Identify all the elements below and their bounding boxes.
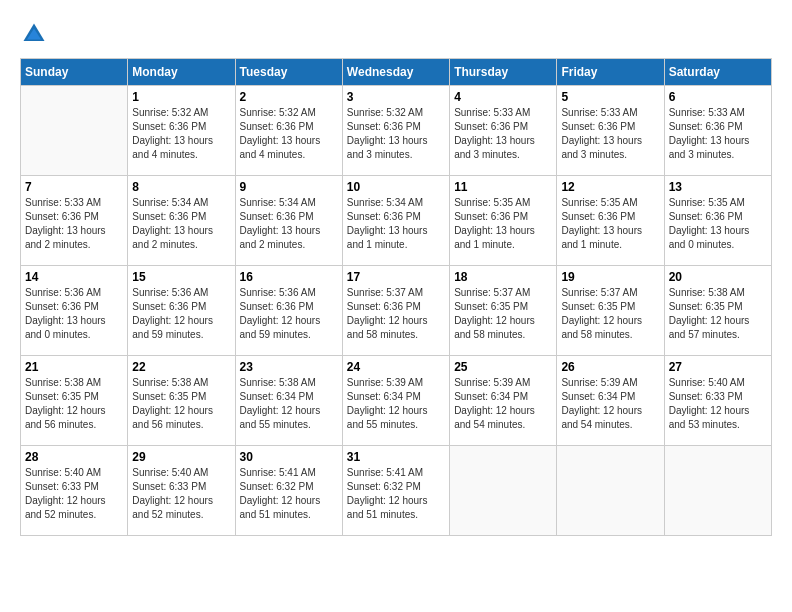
calendar-cell: 28Sunrise: 5:40 AMSunset: 6:33 PMDayligh… — [21, 446, 128, 536]
day-number: 15 — [132, 270, 230, 284]
calendar-cell: 30Sunrise: 5:41 AMSunset: 6:32 PMDayligh… — [235, 446, 342, 536]
day-number: 26 — [561, 360, 659, 374]
calendar-cell: 14Sunrise: 5:36 AMSunset: 6:36 PMDayligh… — [21, 266, 128, 356]
calendar-cell: 5Sunrise: 5:33 AMSunset: 6:36 PMDaylight… — [557, 86, 664, 176]
day-info: Sunrise: 5:33 AMSunset: 6:36 PMDaylight:… — [561, 106, 659, 162]
calendar-cell: 4Sunrise: 5:33 AMSunset: 6:36 PMDaylight… — [450, 86, 557, 176]
day-number: 30 — [240, 450, 338, 464]
day-number: 23 — [240, 360, 338, 374]
day-number: 7 — [25, 180, 123, 194]
calendar-cell: 1Sunrise: 5:32 AMSunset: 6:36 PMDaylight… — [128, 86, 235, 176]
day-info: Sunrise: 5:32 AMSunset: 6:36 PMDaylight:… — [240, 106, 338, 162]
day-number: 10 — [347, 180, 445, 194]
weekday-header: Thursday — [450, 59, 557, 86]
day-info: Sunrise: 5:34 AMSunset: 6:36 PMDaylight:… — [347, 196, 445, 252]
day-number: 16 — [240, 270, 338, 284]
calendar-week-row: 7Sunrise: 5:33 AMSunset: 6:36 PMDaylight… — [21, 176, 772, 266]
day-info: Sunrise: 5:32 AMSunset: 6:36 PMDaylight:… — [132, 106, 230, 162]
day-info: Sunrise: 5:36 AMSunset: 6:36 PMDaylight:… — [132, 286, 230, 342]
calendar-cell: 15Sunrise: 5:36 AMSunset: 6:36 PMDayligh… — [128, 266, 235, 356]
day-info: Sunrise: 5:37 AMSunset: 6:35 PMDaylight:… — [454, 286, 552, 342]
day-number: 8 — [132, 180, 230, 194]
day-info: Sunrise: 5:36 AMSunset: 6:36 PMDaylight:… — [25, 286, 123, 342]
calendar-cell: 27Sunrise: 5:40 AMSunset: 6:33 PMDayligh… — [664, 356, 771, 446]
day-number: 22 — [132, 360, 230, 374]
day-number: 2 — [240, 90, 338, 104]
weekday-header: Sunday — [21, 59, 128, 86]
logo-icon — [20, 20, 48, 48]
day-number: 9 — [240, 180, 338, 194]
day-number: 14 — [25, 270, 123, 284]
calendar-cell: 26Sunrise: 5:39 AMSunset: 6:34 PMDayligh… — [557, 356, 664, 446]
day-number: 31 — [347, 450, 445, 464]
calendar-cell — [450, 446, 557, 536]
day-info: Sunrise: 5:36 AMSunset: 6:36 PMDaylight:… — [240, 286, 338, 342]
calendar-cell: 19Sunrise: 5:37 AMSunset: 6:35 PMDayligh… — [557, 266, 664, 356]
day-number: 13 — [669, 180, 767, 194]
day-number: 18 — [454, 270, 552, 284]
day-info: Sunrise: 5:39 AMSunset: 6:34 PMDaylight:… — [454, 376, 552, 432]
calendar-cell: 3Sunrise: 5:32 AMSunset: 6:36 PMDaylight… — [342, 86, 449, 176]
day-info: Sunrise: 5:35 AMSunset: 6:36 PMDaylight:… — [561, 196, 659, 252]
calendar-cell — [21, 86, 128, 176]
calendar-cell: 9Sunrise: 5:34 AMSunset: 6:36 PMDaylight… — [235, 176, 342, 266]
day-number: 29 — [132, 450, 230, 464]
calendar-cell: 13Sunrise: 5:35 AMSunset: 6:36 PMDayligh… — [664, 176, 771, 266]
weekday-header: Monday — [128, 59, 235, 86]
weekday-header: Saturday — [664, 59, 771, 86]
day-number: 21 — [25, 360, 123, 374]
day-info: Sunrise: 5:34 AMSunset: 6:36 PMDaylight:… — [132, 196, 230, 252]
weekday-header: Friday — [557, 59, 664, 86]
day-number: 1 — [132, 90, 230, 104]
day-number: 20 — [669, 270, 767, 284]
day-number: 28 — [25, 450, 123, 464]
day-info: Sunrise: 5:35 AMSunset: 6:36 PMDaylight:… — [454, 196, 552, 252]
weekday-header: Wednesday — [342, 59, 449, 86]
calendar-cell: 17Sunrise: 5:37 AMSunset: 6:36 PMDayligh… — [342, 266, 449, 356]
day-info: Sunrise: 5:38 AMSunset: 6:35 PMDaylight:… — [669, 286, 767, 342]
day-number: 11 — [454, 180, 552, 194]
day-info: Sunrise: 5:33 AMSunset: 6:36 PMDaylight:… — [25, 196, 123, 252]
calendar-table: SundayMondayTuesdayWednesdayThursdayFrid… — [20, 58, 772, 536]
calendar-cell: 20Sunrise: 5:38 AMSunset: 6:35 PMDayligh… — [664, 266, 771, 356]
calendar-cell: 21Sunrise: 5:38 AMSunset: 6:35 PMDayligh… — [21, 356, 128, 446]
day-number: 5 — [561, 90, 659, 104]
day-info: Sunrise: 5:40 AMSunset: 6:33 PMDaylight:… — [132, 466, 230, 522]
day-number: 27 — [669, 360, 767, 374]
calendar-cell: 18Sunrise: 5:37 AMSunset: 6:35 PMDayligh… — [450, 266, 557, 356]
calendar-cell: 31Sunrise: 5:41 AMSunset: 6:32 PMDayligh… — [342, 446, 449, 536]
calendar-cell: 2Sunrise: 5:32 AMSunset: 6:36 PMDaylight… — [235, 86, 342, 176]
day-info: Sunrise: 5:37 AMSunset: 6:35 PMDaylight:… — [561, 286, 659, 342]
calendar-cell: 6Sunrise: 5:33 AMSunset: 6:36 PMDaylight… — [664, 86, 771, 176]
calendar-week-row: 21Sunrise: 5:38 AMSunset: 6:35 PMDayligh… — [21, 356, 772, 446]
day-info: Sunrise: 5:38 AMSunset: 6:34 PMDaylight:… — [240, 376, 338, 432]
calendar-cell: 12Sunrise: 5:35 AMSunset: 6:36 PMDayligh… — [557, 176, 664, 266]
day-number: 6 — [669, 90, 767, 104]
day-info: Sunrise: 5:38 AMSunset: 6:35 PMDaylight:… — [132, 376, 230, 432]
calendar-week-row: 14Sunrise: 5:36 AMSunset: 6:36 PMDayligh… — [21, 266, 772, 356]
weekday-header: Tuesday — [235, 59, 342, 86]
logo — [20, 20, 52, 48]
day-number: 24 — [347, 360, 445, 374]
day-info: Sunrise: 5:40 AMSunset: 6:33 PMDaylight:… — [669, 376, 767, 432]
calendar-cell — [557, 446, 664, 536]
day-info: Sunrise: 5:35 AMSunset: 6:36 PMDaylight:… — [669, 196, 767, 252]
calendar-header-row: SundayMondayTuesdayWednesdayThursdayFrid… — [21, 59, 772, 86]
day-info: Sunrise: 5:33 AMSunset: 6:36 PMDaylight:… — [669, 106, 767, 162]
calendar-cell: 22Sunrise: 5:38 AMSunset: 6:35 PMDayligh… — [128, 356, 235, 446]
calendar-cell: 24Sunrise: 5:39 AMSunset: 6:34 PMDayligh… — [342, 356, 449, 446]
day-info: Sunrise: 5:32 AMSunset: 6:36 PMDaylight:… — [347, 106, 445, 162]
calendar-cell: 8Sunrise: 5:34 AMSunset: 6:36 PMDaylight… — [128, 176, 235, 266]
calendar-cell — [664, 446, 771, 536]
day-number: 17 — [347, 270, 445, 284]
day-info: Sunrise: 5:40 AMSunset: 6:33 PMDaylight:… — [25, 466, 123, 522]
calendar-cell: 29Sunrise: 5:40 AMSunset: 6:33 PMDayligh… — [128, 446, 235, 536]
day-number: 4 — [454, 90, 552, 104]
day-number: 3 — [347, 90, 445, 104]
day-info: Sunrise: 5:41 AMSunset: 6:32 PMDaylight:… — [347, 466, 445, 522]
day-info: Sunrise: 5:33 AMSunset: 6:36 PMDaylight:… — [454, 106, 552, 162]
calendar-cell: 10Sunrise: 5:34 AMSunset: 6:36 PMDayligh… — [342, 176, 449, 266]
day-info: Sunrise: 5:41 AMSunset: 6:32 PMDaylight:… — [240, 466, 338, 522]
calendar-cell: 11Sunrise: 5:35 AMSunset: 6:36 PMDayligh… — [450, 176, 557, 266]
page-header — [20, 20, 772, 48]
